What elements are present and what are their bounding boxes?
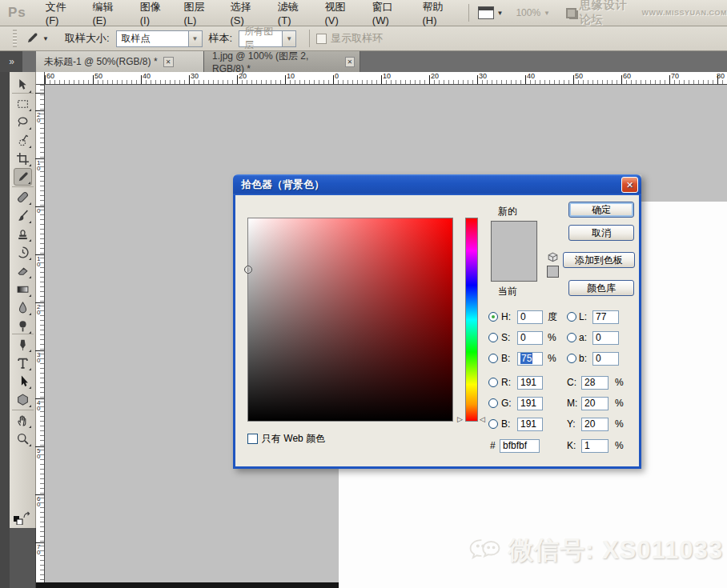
clone-stamp-tool[interactable] [14,225,32,242]
sample-label: 样本: [209,31,233,46]
m-input[interactable]: 20 [581,397,609,410]
type-tool[interactable] [14,354,32,371]
launch-bridge-icon[interactable] [478,6,494,19]
a-radio[interactable] [567,333,576,342]
lab-b-input[interactable]: 0 [592,352,619,366]
chevron-down-icon[interactable]: ▼ [496,10,503,17]
sample-layers-value: 所有图层 [239,25,282,52]
menu-bar: Ps 文件(F) 编辑(E) 图像(I) 图层(L) 选择(S) 滤镜(T) 视… [0,0,727,26]
rgb-b-radio[interactable] [488,419,498,429]
dodge-tool[interactable] [14,317,32,334]
eyedropper-icon [25,31,39,46]
menu-image[interactable]: 图像(I) [132,0,176,26]
menu-file[interactable]: 文件(F) [38,0,85,26]
add-to-swatches-button[interactable]: 添加到色板 [563,252,635,268]
menu-filter[interactable]: 滤镜(T) [270,0,317,26]
quick-selection-tool[interactable] [14,131,32,149]
document-tab-untitled[interactable]: 未标题-1 @ 50%(RGB/8) * ✕ [36,51,204,72]
cancel-button[interactable]: 取消 [568,225,634,241]
dialog-body: ▷ ◁ 新的 当前 确定 取消 添加到色板 颜色库 H: 0 度 L: 77 S… [233,195,641,469]
ruler-label: 10 [37,256,43,267]
menu-window[interactable]: 窗口(W) [364,0,415,26]
wechat-icon [467,533,504,568]
brush-tool[interactable] [14,206,32,224]
color-libraries-button[interactable]: 颜色库 [568,280,634,296]
b-label: B: [501,352,510,366]
r-input[interactable]: 191 [517,376,543,390]
r-radio[interactable] [488,378,498,387]
blur-tool[interactable] [14,298,32,316]
g-input[interactable]: 191 [517,397,543,410]
a-input[interactable]: 0 [592,331,619,345]
ruler-label: 80 [717,72,725,80]
hand-tool[interactable] [14,411,32,429]
rgb-b-input[interactable]: 191 [517,418,543,431]
close-button[interactable]: ✕ [621,177,638,193]
ruler-label: 60 [623,72,631,80]
m-unit: % [615,397,624,410]
move-tool[interactable] [14,76,32,94]
ok-button[interactable]: 确定 [568,202,634,218]
lab-b-label: b: [579,352,587,366]
horizontal-ruler[interactable]: 60 50 40 30 20 10 0 10 20 30 40 50 60 70… [36,72,727,85]
g-radio[interactable] [488,398,498,408]
path-selection-tool[interactable] [14,372,32,390]
pen-tool[interactable] [14,335,32,353]
menu-help[interactable]: 帮助(H) [414,0,462,26]
tool-separator [12,334,34,334]
ruler-label: 40 [527,72,535,80]
spot-healing-brush-tool[interactable] [14,188,32,206]
crop-tool[interactable] [14,150,32,167]
eyedropper-tool[interactable] [14,168,32,186]
menu-edit[interactable]: 编辑(E) [84,0,131,26]
history-brush-tool[interactable] [14,243,32,261]
menu-layer[interactable]: 图层(L) [176,0,223,26]
tool-preset-dropdown-icon[interactable]: ▼ [42,35,49,42]
menu-view[interactable]: 视图(V) [317,0,364,26]
menu-select[interactable]: 选择(S) [223,0,270,26]
rgb-g-row: G: 191 M: 20 % [235,397,639,410]
gradient-tool[interactable] [14,280,32,298]
hex-input[interactable]: bfbfbf [500,439,540,453]
panel-collapse-button[interactable]: » [0,51,22,72]
only-web-colors-checkbox[interactable] [247,434,258,444]
h-input[interactable]: 0 [517,310,543,324]
web-safe-color-swatch[interactable] [547,266,559,278]
photoshop-logo: Ps [8,5,26,21]
dialog-title-bar[interactable]: 拾色器（背景色） ✕ [233,174,641,195]
shape-tool[interactable] [14,390,32,408]
web-color-cube-icon[interactable] [546,251,560,265]
chevron-down-icon[interactable]: ▼ [188,31,202,46]
eraser-tool[interactable] [14,262,32,279]
new-color-label: 新的 [498,205,517,218]
chevron-down-icon: ▼ [282,31,295,46]
s-radio[interactable] [488,333,498,342]
default-swap-colors-icon[interactable] [13,510,34,525]
l-radio[interactable] [567,312,576,322]
c-input[interactable]: 28 [581,376,609,390]
options-grip [13,30,17,47]
current-tool-preview[interactable]: ▼ [13,30,54,47]
rectangular-marquee-tool[interactable] [14,94,32,112]
vertical-ruler[interactable]: 20 10 0 10 20 30 40 50 60 70 [36,85,45,582]
close-icon[interactable]: ✕ [163,57,174,67]
ruler-label: 70 [37,544,43,555]
color-field-marker[interactable] [244,266,252,274]
lab-b-radio[interactable] [567,354,576,363]
ruler-label: 20 [37,112,43,123]
b-radio[interactable] [488,354,498,363]
ruler-label: 60 [37,496,43,507]
close-icon[interactable]: ✕ [345,57,355,67]
h-radio[interactable] [488,312,498,322]
sample-size-select[interactable]: 取样点 ▼ [116,30,203,47]
y-input[interactable]: 20 [581,418,609,431]
k-input[interactable]: 1 [581,439,609,453]
zoom-tool[interactable] [14,430,32,447]
s-input[interactable]: 0 [517,331,543,345]
document-tab-1jpg[interactable]: 1.jpg @ 100% (图层 2, RGB/8) * ✕ [204,51,360,72]
l-input[interactable]: 77 [592,310,619,324]
b-input[interactable]: 75 [517,352,543,366]
b-value-selected: 75 [520,353,532,364]
lasso-tool[interactable] [14,113,32,130]
rgb-r-row: R: 191 C: 28 % [235,376,639,390]
